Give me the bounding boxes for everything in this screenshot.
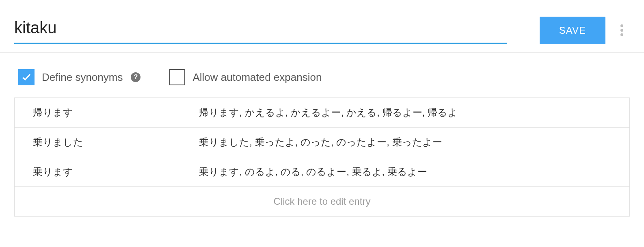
define-synonyms-option: Define synonyms ? — [18, 69, 140, 85]
entry-synonyms: 帰ります, かえるよ, かえるよー, かえる, 帰るよー, 帰るよ — [199, 106, 629, 119]
help-icon[interactable]: ? — [131, 72, 140, 82]
table-row[interactable]: 乗ります 乗ります, のるよ, のる, のるよー, 乗るよ, 乗るよー — [15, 157, 629, 187]
entries-container: 帰ります 帰ります, かえるよ, かえるよー, かえる, 帰るよー, 帰るよ 乗… — [0, 98, 644, 229]
define-synonyms-checkbox[interactable] — [18, 69, 35, 85]
save-button[interactable]: SAVE — [540, 17, 605, 44]
entry-reference: 乗ります — [15, 165, 199, 178]
entry-synonyms: 乗りました, 乗ったよ, のった, のったよー, 乗ったよー — [199, 136, 629, 149]
add-entry-row[interactable]: Click here to edit entry — [15, 187, 629, 216]
header-bar: SAVE — [0, 0, 644, 53]
entry-reference: 帰ります — [15, 106, 199, 119]
entity-name-input[interactable] — [14, 17, 507, 44]
table-row[interactable]: 乗りました 乗りました, 乗ったよ, のった, のったよー, 乗ったよー — [15, 128, 629, 157]
entry-synonyms: 乗ります, のるよ, のる, のるよー, 乗るよ, 乗るよー — [199, 165, 629, 178]
table-row[interactable]: 帰ります 帰ります, かえるよ, かえるよー, かえる, 帰るよー, 帰るよ — [15, 98, 629, 128]
allow-automated-expansion-checkbox[interactable] — [169, 69, 185, 85]
entries-table: 帰ります 帰ります, かえるよ, かえるよー, かえる, 帰るよー, 帰るよ 乗… — [14, 98, 630, 217]
allow-automated-expansion-option: Allow automated expansion — [169, 69, 322, 85]
entry-reference: 乗りました — [15, 136, 199, 149]
define-synonyms-label: Define synonyms — [42, 71, 123, 84]
options-row: Define synonyms ? Allow automated expans… — [0, 53, 644, 98]
allow-automated-expansion-label: Allow automated expansion — [192, 71, 322, 84]
more-menu-icon[interactable] — [618, 24, 626, 36]
